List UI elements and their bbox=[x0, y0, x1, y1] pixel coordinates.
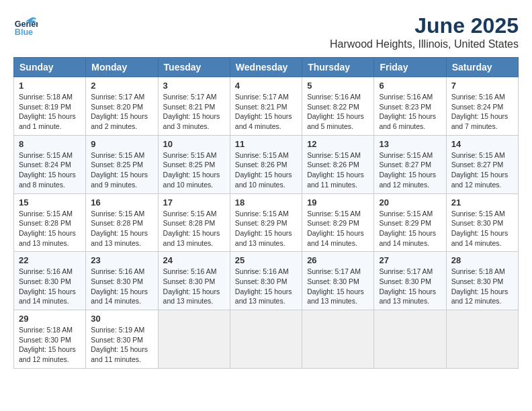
sunrise-label: Sunrise: 5:17 AM bbox=[235, 93, 289, 101]
sunset-label: Sunset: 8:27 PM bbox=[379, 161, 431, 169]
sunset-label: Sunset: 8:30 PM bbox=[163, 277, 216, 285]
calendar-cell: 27 Sunrise: 5:17 AM Sunset: 8:30 PM Dayl… bbox=[374, 252, 446, 310]
day-info: Sunrise: 5:15 AM Sunset: 8:26 PM Dayligh… bbox=[307, 150, 369, 190]
day-number: 17 bbox=[163, 197, 225, 208]
day-number: 4 bbox=[235, 81, 297, 91]
sunset-label: Sunset: 8:28 PM bbox=[19, 219, 71, 227]
day-info: Sunrise: 5:18 AM Sunset: 8:30 PM Dayligh… bbox=[19, 325, 81, 365]
day-info: Sunrise: 5:17 AM Sunset: 8:21 PM Dayligh… bbox=[163, 92, 225, 132]
calendar-cell: 5 Sunrise: 5:16 AM Sunset: 8:22 PM Dayli… bbox=[302, 77, 374, 136]
day-info: Sunrise: 5:15 AM Sunset: 8:24 PM Dayligh… bbox=[19, 150, 81, 190]
sunset-label: Sunset: 8:21 PM bbox=[235, 103, 287, 111]
sunset-label: Sunset: 8:30 PM bbox=[235, 277, 287, 285]
day-info: Sunrise: 5:15 AM Sunset: 8:27 PM Dayligh… bbox=[379, 150, 441, 190]
daylight-label: Daylight: 15 hours and 12 minutes. bbox=[379, 171, 436, 189]
day-info: Sunrise: 5:18 AM Sunset: 8:30 PM Dayligh… bbox=[451, 267, 513, 306]
daylight-label: Daylight: 15 hours and 10 minutes. bbox=[163, 171, 220, 189]
sunset-label: Sunset: 8:30 PM bbox=[451, 277, 504, 285]
day-info: Sunrise: 5:18 AM Sunset: 8:19 PM Dayligh… bbox=[19, 92, 81, 132]
calendar-cell: 23 Sunrise: 5:16 AM Sunset: 8:30 PM Dayl… bbox=[86, 252, 158, 310]
daylight-label: Daylight: 15 hours and 6 minutes. bbox=[379, 112, 436, 130]
sunrise-label: Sunrise: 5:15 AM bbox=[91, 151, 144, 159]
day-number: 15 bbox=[19, 197, 81, 208]
col-tuesday: Tuesday bbox=[158, 58, 230, 77]
sunrise-label: Sunrise: 5:15 AM bbox=[307, 151, 361, 159]
calendar-cell: 18 Sunrise: 5:15 AM Sunset: 8:29 PM Dayl… bbox=[230, 193, 302, 252]
calendar-cell: 9 Sunrise: 5:15 AM Sunset: 8:25 PM Dayli… bbox=[86, 135, 158, 193]
calendar-cell: 8 Sunrise: 5:15 AM Sunset: 8:24 PM Dayli… bbox=[14, 135, 86, 193]
day-info: Sunrise: 5:16 AM Sunset: 8:30 PM Dayligh… bbox=[235, 267, 297, 306]
day-info: Sunrise: 5:15 AM Sunset: 8:29 PM Dayligh… bbox=[307, 209, 369, 248]
calendar-cell: 29 Sunrise: 5:18 AM Sunset: 8:30 PM Dayl… bbox=[14, 310, 86, 369]
sunset-label: Sunset: 8:30 PM bbox=[19, 336, 71, 344]
daylight-label: Daylight: 15 hours and 12 minutes. bbox=[19, 345, 76, 363]
sunrise-label: Sunrise: 5:15 AM bbox=[379, 210, 433, 218]
calendar-header-row: Sunday Monday Tuesday Wednesday Thursday… bbox=[14, 58, 519, 77]
sunrise-label: Sunrise: 5:16 AM bbox=[451, 93, 505, 101]
sunrise-label: Sunrise: 5:17 AM bbox=[91, 93, 144, 101]
calendar-cell: 12 Sunrise: 5:15 AM Sunset: 8:26 PM Dayl… bbox=[302, 135, 374, 193]
calendar-cell bbox=[158, 310, 230, 369]
sunset-label: Sunset: 8:24 PM bbox=[19, 161, 71, 169]
day-info: Sunrise: 5:17 AM Sunset: 8:20 PM Dayligh… bbox=[91, 92, 152, 132]
daylight-label: Daylight: 15 hours and 12 minutes. bbox=[451, 171, 508, 189]
page-title: June 2025 bbox=[330, 13, 519, 38]
sunset-label: Sunset: 8:19 PM bbox=[19, 103, 71, 111]
sunset-label: Sunset: 8:30 PM bbox=[91, 336, 143, 344]
calendar-cell: 22 Sunrise: 5:16 AM Sunset: 8:30 PM Dayl… bbox=[14, 252, 86, 310]
calendar-cell: 16 Sunrise: 5:15 AM Sunset: 8:28 PM Dayl… bbox=[86, 193, 158, 252]
calendar-cell: 25 Sunrise: 5:16 AM Sunset: 8:30 PM Dayl… bbox=[230, 252, 302, 310]
daylight-label: Daylight: 15 hours and 8 minutes. bbox=[19, 171, 76, 189]
calendar-week-row: 8 Sunrise: 5:15 AM Sunset: 8:24 PM Dayli… bbox=[14, 135, 519, 193]
calendar-cell: 7 Sunrise: 5:16 AM Sunset: 8:24 PM Dayli… bbox=[446, 77, 518, 136]
daylight-label: Daylight: 15 hours and 11 minutes. bbox=[91, 345, 148, 363]
sunrise-label: Sunrise: 5:17 AM bbox=[379, 267, 433, 275]
calendar-cell: 2 Sunrise: 5:17 AM Sunset: 8:20 PM Dayli… bbox=[86, 77, 158, 136]
sunset-label: Sunset: 8:28 PM bbox=[91, 219, 143, 227]
sunset-label: Sunset: 8:25 PM bbox=[163, 161, 216, 169]
sunrise-label: Sunrise: 5:15 AM bbox=[451, 151, 505, 159]
sunrise-label: Sunrise: 5:15 AM bbox=[235, 151, 289, 159]
sunset-label: Sunset: 8:20 PM bbox=[91, 103, 143, 111]
daylight-label: Daylight: 15 hours and 7 minutes. bbox=[451, 112, 508, 130]
day-number: 16 bbox=[91, 197, 152, 208]
day-info: Sunrise: 5:15 AM Sunset: 8:29 PM Dayligh… bbox=[235, 209, 297, 248]
sunset-label: Sunset: 8:23 PM bbox=[379, 103, 431, 111]
title-area: June 2025 Harwood Heights, Illinois, Uni… bbox=[330, 13, 519, 50]
day-info: Sunrise: 5:15 AM Sunset: 8:25 PM Dayligh… bbox=[91, 150, 152, 190]
sunrise-label: Sunrise: 5:15 AM bbox=[451, 210, 505, 218]
sunrise-label: Sunrise: 5:16 AM bbox=[19, 267, 73, 275]
day-number: 7 bbox=[451, 81, 513, 91]
sunset-label: Sunset: 8:30 PM bbox=[91, 277, 143, 285]
daylight-label: Daylight: 15 hours and 13 minutes. bbox=[163, 229, 220, 247]
sunrise-label: Sunrise: 5:18 AM bbox=[451, 267, 505, 275]
sunset-label: Sunset: 8:30 PM bbox=[451, 219, 504, 227]
calendar-cell: 15 Sunrise: 5:15 AM Sunset: 8:28 PM Dayl… bbox=[14, 193, 86, 252]
sunrise-label: Sunrise: 5:16 AM bbox=[307, 93, 361, 101]
day-info: Sunrise: 5:16 AM Sunset: 8:24 PM Dayligh… bbox=[451, 92, 513, 132]
day-number: 5 bbox=[307, 81, 369, 91]
daylight-label: Daylight: 15 hours and 13 minutes. bbox=[163, 287, 220, 306]
col-saturday: Saturday bbox=[446, 58, 518, 77]
sunset-label: Sunset: 8:26 PM bbox=[307, 161, 359, 169]
sunset-label: Sunset: 8:30 PM bbox=[307, 277, 359, 285]
sunrise-label: Sunrise: 5:16 AM bbox=[163, 267, 217, 275]
day-number: 1 bbox=[19, 81, 81, 91]
calendar-cell: 13 Sunrise: 5:15 AM Sunset: 8:27 PM Dayl… bbox=[374, 135, 446, 193]
page-subtitle: Harwood Heights, Illinois, United States bbox=[330, 38, 519, 50]
day-info: Sunrise: 5:16 AM Sunset: 8:30 PM Dayligh… bbox=[19, 267, 81, 306]
day-info: Sunrise: 5:16 AM Sunset: 8:22 PM Dayligh… bbox=[307, 92, 369, 132]
sunset-label: Sunset: 8:22 PM bbox=[307, 103, 359, 111]
calendar-cell: 6 Sunrise: 5:16 AM Sunset: 8:23 PM Dayli… bbox=[374, 77, 446, 136]
sunrise-label: Sunrise: 5:15 AM bbox=[379, 151, 433, 159]
calendar-cell: 28 Sunrise: 5:18 AM Sunset: 8:30 PM Dayl… bbox=[446, 252, 518, 310]
day-info: Sunrise: 5:17 AM Sunset: 8:21 PM Dayligh… bbox=[235, 92, 297, 132]
sunrise-label: Sunrise: 5:18 AM bbox=[19, 93, 73, 101]
day-number: 13 bbox=[379, 139, 441, 149]
calendar-week-row: 22 Sunrise: 5:16 AM Sunset: 8:30 PM Dayl… bbox=[14, 252, 519, 310]
daylight-label: Daylight: 15 hours and 1 minute. bbox=[19, 112, 76, 130]
day-number: 21 bbox=[451, 197, 513, 208]
day-info: Sunrise: 5:19 AM Sunset: 8:30 PM Dayligh… bbox=[91, 325, 152, 365]
col-monday: Monday bbox=[86, 58, 158, 77]
daylight-label: Daylight: 15 hours and 13 minutes. bbox=[19, 229, 76, 247]
